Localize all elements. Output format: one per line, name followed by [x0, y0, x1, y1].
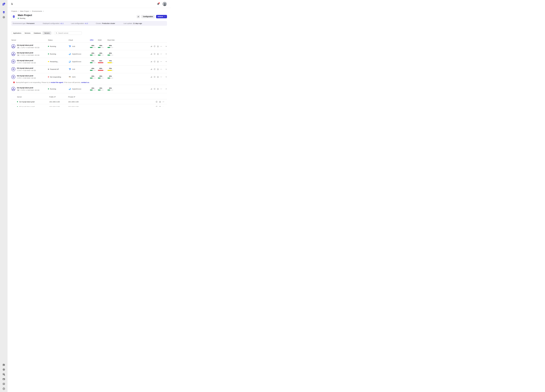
topbar: [7, 0, 171, 8]
row-more-icon[interactable]: [160, 68, 162, 70]
row-power-icon[interactable]: [157, 60, 159, 63]
row-power-icon[interactable]: [157, 88, 159, 90]
row-more-icon[interactable]: [160, 88, 162, 90]
cloud-logo: [68, 88, 71, 90]
row-expand-chevron[interactable]: [165, 68, 167, 70]
row-metrics-icon[interactable]: [150, 76, 152, 78]
error-icon: [13, 81, 15, 83]
row-restart-icon[interactable]: [154, 68, 155, 70]
alert-link[interactable]: contact us.: [81, 82, 89, 83]
row-more-icon[interactable]: [160, 45, 162, 47]
tab-databases[interactable]: Databases: [32, 31, 43, 35]
column-root-disk[interactable]: Root Disk: [107, 39, 121, 41]
server-type-icon: [11, 87, 15, 91]
row-restart-icon[interactable]: [154, 53, 155, 55]
cpu-metric: 45%: [90, 68, 96, 71]
private-ip: 192.168.0.100: [68, 101, 154, 103]
server-specs: 2 CPU • 4 GB RAM • 80 GB: [20, 89, 39, 91]
cloud-logo: [68, 68, 71, 70]
column-cloud[interactable]: Cloud: [68, 39, 90, 41]
row-expand-chevron[interactable]: [165, 53, 167, 55]
details-row: G2-mysql-slave-prod 192.168.0.100 192.16…: [11, 99, 167, 104]
details-server-name: G2-mysql-slave-prod: [19, 106, 34, 107]
deployed-configuration-link[interactable]: v1.1: [61, 22, 63, 24]
cpu-metric: 45%: [90, 87, 96, 90]
row-power-icon[interactable]: [157, 53, 159, 55]
status-label: Restarting...: [50, 61, 59, 62]
row-restart-icon[interactable]: [154, 45, 155, 47]
row-restart-icon[interactable]: [154, 88, 155, 90]
status-label: Running: [50, 45, 56, 47]
info-value: 21 days ago: [133, 22, 142, 24]
row-metrics-icon[interactable]: [150, 53, 152, 55]
public-ip: 192.168.0.100: [49, 101, 68, 103]
sidebar-item-environments[interactable]: [2, 11, 5, 13]
server-type-icon: [11, 67, 15, 71]
status-dot: [17, 101, 18, 102]
row-more-icon[interactable]: [162, 106, 164, 107]
row-metrics-icon[interactable]: [150, 68, 152, 70]
tab-servers[interactable]: Servers: [43, 31, 51, 35]
tab-services[interactable]: Services: [23, 31, 32, 35]
breadcrumb-projects[interactable]: Projects: [11, 10, 17, 12]
search-input[interactable]: [58, 32, 81, 34]
page-title: Main Project: [18, 14, 32, 17]
row-power-icon[interactable]: [157, 76, 159, 78]
info-label: Last configuration:: [71, 22, 84, 24]
layers-icon: [12, 15, 15, 18]
breadcrumb-separator: >: [43, 10, 44, 12]
row-more-icon[interactable]: [160, 76, 162, 78]
row-expand-chevron[interactable]: [165, 45, 167, 47]
configuration-button[interactable]: Configuration: [141, 15, 155, 18]
actions-button[interactable]: Actions: [156, 15, 167, 18]
sidebar-item-exit-icon[interactable]: [2, 16, 5, 18]
server-specs: 2 CPU • 4 GB RAM • 80 GB: [20, 54, 39, 56]
breadcrumb-main-project[interactable]: Main Project: [20, 10, 29, 12]
server-name: G2-mysql-slave-prod: [17, 52, 39, 54]
row-metrics-icon[interactable]: [150, 60, 152, 63]
server-specs: 2 CPU • 4 GB RAM • 80 GB: [17, 77, 36, 79]
table-row: G2-mysql-slave-prod 3x 2 CPU • 4 GB RAM …: [11, 85, 167, 93]
menu-icon[interactable]: [11, 2, 14, 5]
row-power-icon[interactable]: [157, 68, 159, 70]
table-header: Server Status Cloud CPU RAM Root Disk: [11, 39, 167, 42]
metrics-chart-button[interactable]: [136, 15, 140, 18]
row-power-icon[interactable]: [159, 106, 161, 107]
column-server[interactable]: Server: [11, 39, 48, 41]
row-restart-icon[interactable]: [156, 106, 158, 107]
cloud-name: DigitalOcean: [72, 53, 81, 55]
row-more-icon[interactable]: [160, 53, 162, 55]
column-status[interactable]: Status: [48, 39, 68, 41]
column-ram[interactable]: RAM: [98, 39, 107, 41]
row-metrics-icon[interactable]: [150, 45, 152, 47]
disk-metric: 45%: [107, 45, 113, 48]
row-restart-icon[interactable]: [154, 60, 155, 63]
row-more-icon[interactable]: [160, 60, 162, 63]
row-restart-icon[interactable]: [156, 101, 158, 103]
row-metrics-icon[interactable]: [150, 88, 152, 90]
row-expand-chevron[interactable]: [165, 76, 167, 78]
row-expand-chevron[interactable]: [165, 88, 167, 90]
row-power-icon[interactable]: [159, 101, 161, 103]
page-header: Main Project Running Configuration Actio…: [11, 14, 167, 19]
breadcrumb-environments[interactable]: Environments: [32, 10, 42, 12]
alert-link[interactable]: restart the agent: [51, 82, 63, 83]
cpu-value: 45%: [90, 60, 96, 62]
row-more-icon[interactable]: [162, 101, 164, 103]
cloud-name: Vultr: [72, 68, 75, 70]
row-expand-chevron[interactable]: [165, 61, 167, 62]
disk-metric: 45%: [107, 52, 113, 55]
row-power-icon[interactable]: [157, 45, 159, 47]
user-avatar[interactable]: [162, 2, 167, 6]
row-restart-icon[interactable]: [154, 76, 155, 78]
column-cpu[interactable]: CPU: [90, 39, 98, 41]
server-specs: 2 CPU • 4 GB RAM • 80 GB: [17, 70, 36, 71]
ram-value: 45%: [98, 87, 104, 89]
disk-value: 45%: [107, 52, 113, 54]
cpu-metric: 45%: [90, 75, 96, 78]
server-specs: 2 CPU • 4 GB RAM • 80 GB: [20, 47, 39, 48]
last-configuration-link[interactable]: v1.2: [85, 22, 88, 24]
server-specs: 2 CPU • 4 GB RAM • 80 GB: [17, 62, 36, 64]
notification-bell-icon[interactable]: [157, 2, 160, 5]
tab-applications[interactable]: Applications: [12, 31, 23, 35]
